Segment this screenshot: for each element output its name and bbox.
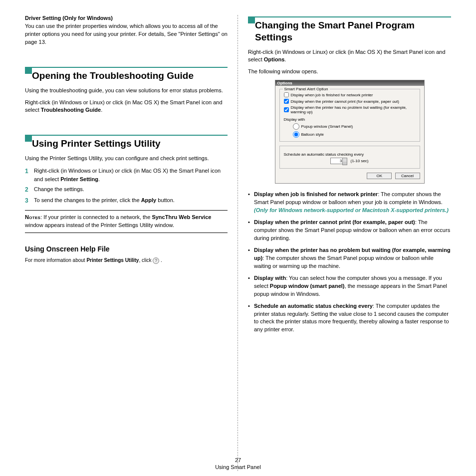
sp-p1: Right-click (in Windows or Linux) or cli… <box>248 48 451 64</box>
range-label: (1-10 sec) <box>350 159 368 163</box>
radio-popup[interactable] <box>293 123 299 130</box>
spinner-row: 3(1-10 sec) <box>284 158 416 164</box>
page-footer: 27 Using Smart Panel <box>0 457 476 470</box>
checkbox-1[interactable] <box>284 92 289 97</box>
checkbox-row-3[interactable]: Display when the printer has no problem … <box>284 105 416 114</box>
bullet-5: Schedule an automatic status checking ev… <box>248 302 451 334</box>
section-troubleshooting: Opening the Troubleshooting Guide Using … <box>25 65 228 115</box>
cancel-button[interactable]: Cancel <box>395 173 420 179</box>
heading-rule <box>32 67 228 68</box>
ts-p1: Using the troubleshooting guide, you can… <box>25 87 228 95</box>
heading-rule <box>255 16 451 17</box>
checkbox-row-2[interactable]: Display when the printer cannot print (f… <box>284 99 416 104</box>
bullet-4: Display with: You can select how the com… <box>248 274 451 298</box>
page: Driver Setting (Only for Windows) You ca… <box>0 0 476 476</box>
step-1: 1Right-click (in Windows or Linux) or cl… <box>25 167 228 183</box>
step-2: 2Change the settings. <box>25 185 228 194</box>
bullet-list: Display when job is finished for network… <box>248 191 451 334</box>
section-printer-settings: Using Printer Settings Utility Using the… <box>25 133 228 264</box>
display-with-label: Display with <box>284 117 416 122</box>
checkbox-2[interactable] <box>284 99 289 104</box>
heading-rule <box>32 135 228 136</box>
note-teal: (Only for Windows network-supported or M… <box>254 207 449 213</box>
help-text: For more information about Printer Setti… <box>25 257 228 264</box>
alert-fieldset: Smart Panel Alert Option Display when jo… <box>279 89 420 142</box>
dialog-title: Options <box>275 80 424 86</box>
schedule-label: Schedule an automatic status checking ev… <box>284 152 416 157</box>
fieldset-legend: Smart Panel Alert Option <box>283 87 330 91</box>
sp-p2: The following window opens. <box>248 68 451 76</box>
schedule-fieldset: Schedule an automatic status checking ev… <box>279 146 420 169</box>
bullet-3: Display when the printer has no problem … <box>248 246 451 270</box>
checkbox-3[interactable] <box>284 107 289 112</box>
help-icon: ? <box>153 257 159 264</box>
radio-balloon[interactable] <box>293 131 299 138</box>
bullet-1: Display when job is finished for network… <box>248 191 451 215</box>
driver-body: You can use the printer properties windo… <box>25 22 228 46</box>
ps-p1: Using the Printer Settings Utility, you … <box>25 155 228 163</box>
steps-list: 1Right-click (in Windows or Linux) or cl… <box>25 167 228 205</box>
interval-spinner[interactable]: 3 <box>330 158 343 164</box>
heading-troubleshooting: Opening the Troubleshooting Guide <box>32 70 228 82</box>
ts-p2: Right-click (in Windows or Linux) or cli… <box>25 99 228 115</box>
heading-marker-icon <box>248 16 255 23</box>
heading-smart-panel: Changing the Smart Panel Program Setting… <box>255 19 451 43</box>
notes-box: Notes: If your printer is connected to a… <box>25 210 228 233</box>
page-number: 27 <box>0 457 476 463</box>
radio-row-2[interactable]: Balloon style <box>293 131 416 138</box>
section-smart-panel: Changing the Smart Panel Program Setting… <box>248 15 451 334</box>
driver-heading: Driver Setting (Only for Windows) <box>25 15 228 21</box>
heading-printer-settings: Using Printer Settings Utility <box>32 138 228 150</box>
heading-help-file: Using Onscreen Help File <box>25 245 228 253</box>
right-column: Changing the Smart Panel Program Setting… <box>238 15 461 471</box>
footer-section: Using Smart Panel <box>0 464 476 470</box>
notes-label: Notes <box>25 214 40 220</box>
dialog-buttons: OK Cancel <box>279 173 420 179</box>
left-column: Driver Setting (Only for Windows) You ca… <box>15 15 238 471</box>
ok-button[interactable]: OK <box>367 173 392 179</box>
heading-marker-icon <box>25 135 32 142</box>
checkbox-row-1[interactable]: Display when job is finished for network… <box>284 92 416 97</box>
heading-marker-icon <box>25 67 32 74</box>
bullet-2: Display when the printer cannot print (f… <box>248 219 451 242</box>
step-3: 3To send the changes to the printer, cli… <box>25 196 228 205</box>
options-dialog: Options Smart Panel Alert Option Display… <box>275 80 425 184</box>
radio-row-1[interactable]: Popup window (Smart Panel) <box>293 123 416 130</box>
